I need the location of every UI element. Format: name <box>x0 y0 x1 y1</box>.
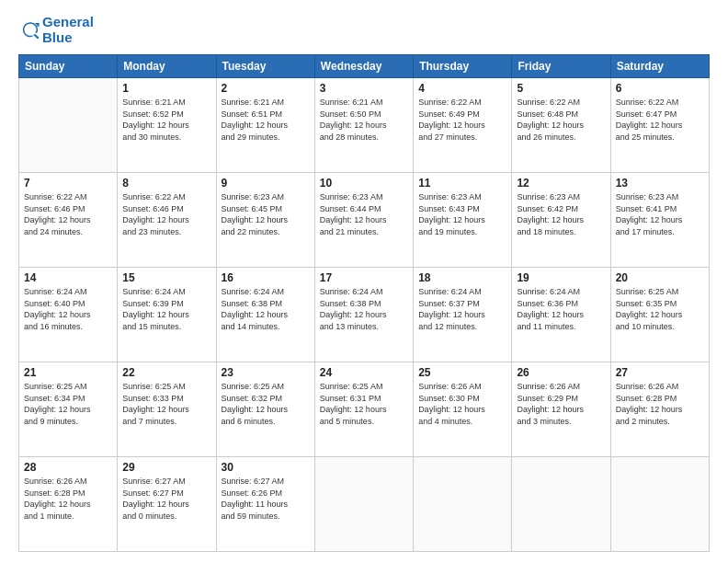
calendar-cell: 4Sunrise: 6:22 AMSunset: 6:49 PMDaylight… <box>414 78 512 173</box>
day-info: Sunrise: 6:21 AMSunset: 6:50 PMDaylight:… <box>320 97 408 143</box>
day-info: Sunrise: 6:22 AMSunset: 6:46 PMDaylight:… <box>122 191 210 237</box>
day-info: Sunrise: 6:27 AMSunset: 6:26 PMDaylight:… <box>222 476 310 522</box>
day-number: 30 <box>222 461 310 474</box>
calendar-cell: 29Sunrise: 6:27 AMSunset: 6:27 PMDayligh… <box>118 457 216 552</box>
week-row-3: 21Sunrise: 6:25 AMSunset: 6:34 PMDayligh… <box>19 362 710 457</box>
day-number: 4 <box>418 82 506 95</box>
day-number: 28 <box>24 461 112 474</box>
calendar-cell: 18Sunrise: 6:24 AMSunset: 6:37 PMDayligh… <box>414 268 512 362</box>
calendar-cell: 10Sunrise: 6:23 AMSunset: 6:44 PMDayligh… <box>314 173 413 268</box>
calendar-cell: 17Sunrise: 6:24 AMSunset: 6:38 PMDayligh… <box>314 268 413 362</box>
day-number: 11 <box>418 177 506 190</box>
day-number: 17 <box>320 271 408 284</box>
day-number: 1 <box>122 82 210 95</box>
calendar-cell: 16Sunrise: 6:24 AMSunset: 6:38 PMDayligh… <box>216 268 314 362</box>
calendar-cell <box>19 78 118 173</box>
calendar-cell <box>610 457 709 552</box>
calendar-cell <box>314 457 413 552</box>
calendar-cell: 24Sunrise: 6:25 AMSunset: 6:31 PMDayligh… <box>314 362 413 457</box>
calendar-cell: 1Sunrise: 6:21 AMSunset: 6:52 PMDaylight… <box>118 78 216 173</box>
day-info: Sunrise: 6:25 AMSunset: 6:32 PMDaylight:… <box>222 381 310 427</box>
day-info: Sunrise: 6:22 AMSunset: 6:46 PMDaylight:… <box>24 191 112 237</box>
logo-icon <box>20 20 40 40</box>
header: General Blue <box>18 15 710 45</box>
calendar-cell: 6Sunrise: 6:22 AMSunset: 6:47 PMDaylight… <box>610 78 709 173</box>
day-number: 6 <box>616 82 704 95</box>
header-row: Sunday Monday Tuesday Wednesday Thursday… <box>19 55 710 78</box>
calendar-cell: 19Sunrise: 6:24 AMSunset: 6:36 PMDayligh… <box>512 268 610 362</box>
day-number: 12 <box>517 177 605 190</box>
day-number: 23 <box>222 366 310 379</box>
day-info: Sunrise: 6:27 AMSunset: 6:27 PMDaylight:… <box>122 476 210 522</box>
col-sunday: Sunday <box>19 55 118 78</box>
calendar-page: General Blue Sunday Monday Tuesday Wedne… <box>0 0 728 563</box>
day-info: Sunrise: 6:23 AMSunset: 6:45 PMDaylight:… <box>222 191 310 237</box>
week-row-2: 14Sunrise: 6:24 AMSunset: 6:40 PMDayligh… <box>19 268 710 362</box>
logo: General Blue <box>18 15 94 45</box>
day-info: Sunrise: 6:26 AMSunset: 6:29 PMDaylight:… <box>517 381 605 427</box>
day-info: Sunrise: 6:21 AMSunset: 6:52 PMDaylight:… <box>122 97 210 143</box>
day-info: Sunrise: 6:24 AMSunset: 6:36 PMDaylight:… <box>517 286 605 332</box>
day-info: Sunrise: 6:26 AMSunset: 6:28 PMDaylight:… <box>616 381 704 427</box>
day-number: 7 <box>24 177 112 190</box>
day-number: 20 <box>616 271 704 284</box>
day-number: 14 <box>24 271 112 284</box>
col-tuesday: Tuesday <box>216 55 314 78</box>
calendar-cell: 9Sunrise: 6:23 AMSunset: 6:45 PMDaylight… <box>216 173 314 268</box>
day-info: Sunrise: 6:23 AMSunset: 6:42 PMDaylight:… <box>517 191 605 237</box>
col-saturday: Saturday <box>610 55 709 78</box>
day-number: 10 <box>320 177 408 190</box>
day-number: 22 <box>122 366 210 379</box>
day-info: Sunrise: 6:25 AMSunset: 6:35 PMDaylight:… <box>616 286 704 332</box>
col-friday: Friday <box>512 55 610 78</box>
day-number: 29 <box>122 461 210 474</box>
calendar-cell: 25Sunrise: 6:26 AMSunset: 6:30 PMDayligh… <box>414 362 512 457</box>
day-number: 24 <box>320 366 408 379</box>
calendar-cell: 20Sunrise: 6:25 AMSunset: 6:35 PMDayligh… <box>610 268 709 362</box>
logo-line1: General <box>42 15 94 30</box>
col-thursday: Thursday <box>414 55 512 78</box>
day-number: 15 <box>122 271 210 284</box>
calendar-cell: 23Sunrise: 6:25 AMSunset: 6:32 PMDayligh… <box>216 362 314 457</box>
week-row-4: 28Sunrise: 6:26 AMSunset: 6:28 PMDayligh… <box>19 457 710 552</box>
day-info: Sunrise: 6:21 AMSunset: 6:51 PMDaylight:… <box>222 97 310 143</box>
day-number: 9 <box>222 177 310 190</box>
calendar-cell: 14Sunrise: 6:24 AMSunset: 6:40 PMDayligh… <box>19 268 118 362</box>
week-row-1: 7Sunrise: 6:22 AMSunset: 6:46 PMDaylight… <box>19 173 710 268</box>
calendar-cell: 15Sunrise: 6:24 AMSunset: 6:39 PMDayligh… <box>118 268 216 362</box>
day-number: 26 <box>517 366 605 379</box>
day-number: 16 <box>222 271 310 284</box>
calendar-cell: 8Sunrise: 6:22 AMSunset: 6:46 PMDaylight… <box>118 173 216 268</box>
calendar-cell: 11Sunrise: 6:23 AMSunset: 6:43 PMDayligh… <box>414 173 512 268</box>
col-monday: Monday <box>118 55 216 78</box>
day-info: Sunrise: 6:24 AMSunset: 6:37 PMDaylight:… <box>418 286 506 332</box>
day-info: Sunrise: 6:22 AMSunset: 6:49 PMDaylight:… <box>418 97 506 143</box>
calendar-table: Sunday Monday Tuesday Wednesday Thursday… <box>18 54 710 552</box>
day-info: Sunrise: 6:24 AMSunset: 6:40 PMDaylight:… <box>24 286 112 332</box>
calendar-cell: 5Sunrise: 6:22 AMSunset: 6:48 PMDaylight… <box>512 78 610 173</box>
calendar-cell: 12Sunrise: 6:23 AMSunset: 6:42 PMDayligh… <box>512 173 610 268</box>
day-info: Sunrise: 6:23 AMSunset: 6:44 PMDaylight:… <box>320 191 408 237</box>
day-info: Sunrise: 6:22 AMSunset: 6:48 PMDaylight:… <box>517 97 605 143</box>
day-number: 13 <box>616 177 704 190</box>
calendar-cell: 26Sunrise: 6:26 AMSunset: 6:29 PMDayligh… <box>512 362 610 457</box>
calendar-cell: 28Sunrise: 6:26 AMSunset: 6:28 PMDayligh… <box>19 457 118 552</box>
logo-line2: Blue <box>42 30 94 46</box>
day-number: 18 <box>418 271 506 284</box>
day-info: Sunrise: 6:24 AMSunset: 6:39 PMDaylight:… <box>122 286 210 332</box>
day-number: 27 <box>616 366 704 379</box>
calendar-cell: 21Sunrise: 6:25 AMSunset: 6:34 PMDayligh… <box>19 362 118 457</box>
day-info: Sunrise: 6:25 AMSunset: 6:31 PMDaylight:… <box>320 381 408 427</box>
calendar-cell: 3Sunrise: 6:21 AMSunset: 6:50 PMDaylight… <box>314 78 413 173</box>
week-row-0: 1Sunrise: 6:21 AMSunset: 6:52 PMDaylight… <box>19 78 710 173</box>
day-info: Sunrise: 6:26 AMSunset: 6:30 PMDaylight:… <box>418 381 506 427</box>
calendar-cell: 30Sunrise: 6:27 AMSunset: 6:26 PMDayligh… <box>216 457 314 552</box>
day-number: 2 <box>222 82 310 95</box>
calendar-cell: 7Sunrise: 6:22 AMSunset: 6:46 PMDaylight… <box>19 173 118 268</box>
day-number: 19 <box>517 271 605 284</box>
calendar-cell <box>414 457 512 552</box>
calendar-cell: 2Sunrise: 6:21 AMSunset: 6:51 PMDaylight… <box>216 78 314 173</box>
calendar-cell: 13Sunrise: 6:23 AMSunset: 6:41 PMDayligh… <box>610 173 709 268</box>
day-info: Sunrise: 6:26 AMSunset: 6:28 PMDaylight:… <box>24 476 112 522</box>
day-number: 25 <box>418 366 506 379</box>
